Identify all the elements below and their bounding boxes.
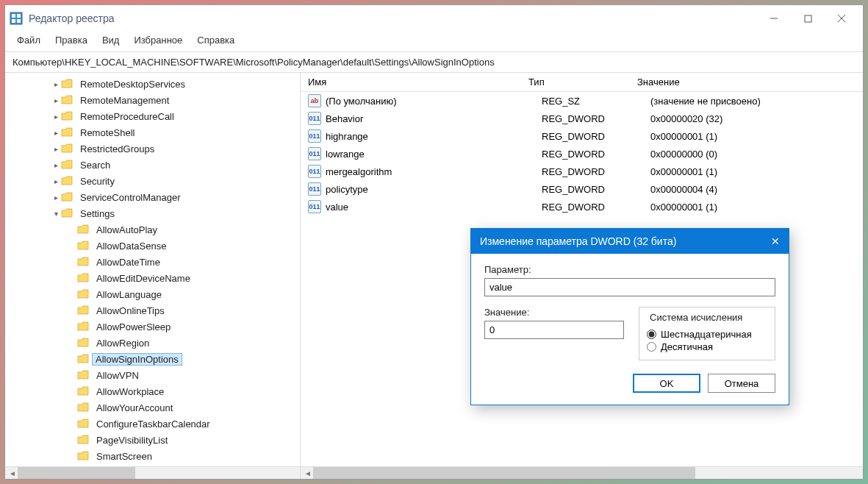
folder-icon (77, 402, 89, 413)
tree-hscrollbar[interactable]: ◄► (5, 466, 300, 479)
menu-favorites[interactable]: Избранное (128, 33, 188, 47)
folder-icon (77, 257, 89, 267)
value-row[interactable]: 011mergealgorithmREG_DWORD0x00000001 (1) (301, 163, 863, 180)
expander-icon[interactable]: ▸ (51, 80, 61, 88)
expander-icon[interactable]: ▸ (51, 193, 61, 202)
maximize-button[interactable] (791, 7, 825, 29)
tree-item[interactable]: AllowDateTime (8, 254, 300, 270)
dialog-close-button[interactable]: ✕ (750, 235, 780, 247)
tree-item[interactable]: ▾Settings (8, 205, 300, 221)
param-label: Параметр: (484, 264, 775, 275)
radio-dec-input[interactable] (647, 342, 656, 352)
svg-rect-6 (805, 15, 811, 22)
folder-icon (61, 176, 73, 186)
expander-icon[interactable]: ▸ (51, 145, 61, 153)
list-hscrollbar[interactable]: ◄► (301, 466, 863, 479)
tree-item[interactable]: SmartScreen (8, 448, 300, 464)
value-row[interactable]: ab(По умолчанию)REG_SZ(значение не присв… (301, 92, 863, 110)
tree-item-label: RemoteShell (76, 127, 139, 139)
tree-item-label: AllowRegion (92, 337, 154, 349)
dialog-titlebar: Изменение параметра DWORD (32 бита) ✕ (471, 229, 789, 254)
value-row[interactable]: 011lowrangeREG_DWORD0x00000000 (0) (301, 145, 863, 163)
tree-item[interactable]: ▸RemoteDesktopServices (8, 76, 300, 92)
folder-icon (61, 111, 73, 121)
value-name: highrange (326, 131, 542, 142)
tree-item[interactable]: ▸Search (8, 157, 300, 173)
ok-button[interactable]: OK (633, 374, 700, 393)
tree-item[interactable]: AllowWorkplace (8, 383, 300, 399)
value-name: lowrange (326, 149, 542, 160)
dialog-title: Изменение параметра DWORD (32 бита) (480, 235, 750, 247)
value-name: Behavior (326, 113, 542, 124)
value-data: (значение не присвоено) (650, 96, 863, 107)
svg-rect-4 (17, 19, 21, 23)
tree-pane: ▸RemoteDesktopServices▸RemoteManagement▸… (5, 73, 301, 479)
value-input[interactable] (484, 321, 624, 339)
tree-item[interactable]: AllowOnlineTips (8, 302, 300, 318)
tree-item[interactable]: PageVisibilityList (8, 432, 300, 448)
list-header: Имя Тип Значение (301, 73, 863, 92)
tree-item[interactable]: ▸RemoteManagement (8, 92, 300, 108)
radio-hex[interactable]: Шестнадцатеричная (647, 329, 767, 340)
tree-item[interactable]: AllowEditDeviceName (8, 270, 300, 286)
folder-icon (77, 305, 89, 316)
value-data: 0x00000000 (0) (650, 149, 863, 160)
value-row[interactable]: 011BehaviorREG_DWORD0x00000020 (32) (301, 110, 863, 127)
value-data: 0x00000004 (4) (650, 184, 863, 195)
param-name-input[interactable] (484, 278, 775, 296)
tree-item[interactable]: ▸RestrictedGroups (8, 140, 300, 157)
tree-item[interactable]: AllowPowerSleep (8, 318, 300, 335)
binary-icon: 011 (308, 200, 321, 213)
tree-item[interactable]: ▸ServiceControlManager (8, 189, 300, 205)
tree-item[interactable]: ▸RemoteProcedureCall (8, 108, 300, 124)
address-bar[interactable]: Компьютер\HKEY_LOCAL_MACHINE\SOFTWARE\Mi… (5, 51, 863, 73)
expander-icon[interactable]: ▸ (51, 129, 61, 137)
tree-item[interactable]: ▸RemoteShell (8, 124, 300, 140)
tree-item-label: AllowYourAccount (92, 402, 177, 414)
tree-item-label: ServiceControlManager (76, 191, 185, 204)
folder-icon (77, 435, 89, 445)
tree-item[interactable]: ConfigureTaskbarCalendar (8, 416, 300, 432)
tree-item[interactable]: AllowVPN (8, 367, 300, 383)
tree-item[interactable]: AllowYourAccount (8, 399, 300, 416)
tree-item[interactable]: AllowRegion (8, 335, 300, 351)
titlebar: Редактор реестра (5, 5, 863, 32)
cancel-button[interactable]: Отмена (708, 374, 775, 393)
tree-item[interactable]: AllowLanguage (8, 286, 300, 302)
minimize-button[interactable] (757, 7, 791, 29)
menu-view[interactable]: Вид (96, 33, 126, 47)
tree-item[interactable]: AllowDataSense (8, 238, 300, 254)
radio-dec[interactable]: Десятичная (647, 341, 767, 352)
value-data: 0x00000001 (1) (650, 131, 863, 142)
binary-icon: 011 (308, 165, 321, 178)
expander-icon[interactable]: ▸ (51, 177, 61, 185)
value-row[interactable]: 011policytypeREG_DWORD0x00000004 (4) (301, 180, 863, 198)
tree-item[interactable]: AllowSignInOptions (8, 351, 300, 367)
col-header-value[interactable]: Значение (637, 76, 863, 88)
expander-icon[interactable]: ▸ (51, 96, 61, 104)
col-header-type[interactable]: Тип (528, 76, 637, 88)
tree-item-label: AllowDateTime (92, 256, 165, 268)
col-header-name[interactable]: Имя (301, 76, 528, 88)
tree-item-label: RemoteDesktopServices (76, 78, 190, 90)
folder-icon (61, 192, 73, 202)
expander-icon[interactable]: ▸ (51, 161, 61, 169)
value-row[interactable]: 011valueREG_DWORD0x00000001 (1) (301, 198, 863, 216)
expander-icon[interactable]: ▾ (51, 210, 61, 218)
menu-edit[interactable]: Правка (49, 33, 93, 47)
tree-item-label: AllowWorkplace (92, 385, 168, 398)
close-button[interactable] (825, 7, 858, 29)
tree-item-label: AllowPowerSleep (92, 321, 175, 333)
tree-item-label: AllowSignInOptions (92, 353, 182, 366)
menu-file[interactable]: Файл (11, 33, 46, 47)
tree-item[interactable]: ▸Security (8, 173, 300, 189)
radio-hex-input[interactable] (647, 330, 656, 339)
tree-item-label: Search (76, 159, 115, 171)
expander-icon[interactable]: ▸ (51, 113, 61, 121)
folder-icon (77, 386, 89, 396)
value-row[interactable]: 011highrangeREG_DWORD0x00000001 (1) (301, 127, 863, 145)
radio-hex-label: Шестнадцатеричная (661, 329, 752, 340)
menu-help[interactable]: Справка (191, 33, 240, 47)
base-fieldset: Система исчисления Шестнадцатеричная Дес… (639, 307, 775, 360)
tree-item[interactable]: AllowAutoPlay (8, 221, 300, 238)
